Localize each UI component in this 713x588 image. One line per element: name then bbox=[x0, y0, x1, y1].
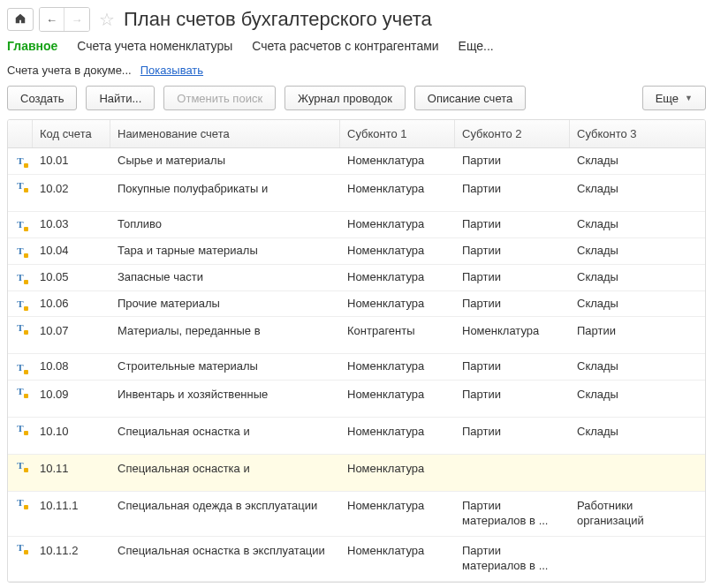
cell-sub1: Контрагенты bbox=[340, 322, 455, 341]
table-row[interactable]: Т10.05Запасные частиНоменклатураПартииСк… bbox=[8, 265, 705, 291]
arrow-right-icon: → bbox=[72, 13, 83, 26]
row-type-icon: Т bbox=[8, 219, 33, 230]
cell-name: Специальная оснастка и bbox=[110, 460, 340, 479]
cell-sub3 bbox=[570, 542, 705, 546]
cell-sub3: Склады bbox=[570, 215, 705, 234]
create-button[interactable]: Создать bbox=[7, 86, 77, 110]
col-code-header[interactable]: Код счета bbox=[33, 120, 110, 147]
table-row[interactable]: Т10.03ТопливоНоменклатураПартииСклады bbox=[8, 212, 705, 238]
table-row[interactable]: Т10.09Инвентарь и хозяйственныеНоменклат… bbox=[8, 381, 705, 418]
journal-button[interactable]: Журнал проводок bbox=[284, 86, 406, 110]
filter-show-link[interactable]: Показывать bbox=[140, 64, 203, 77]
favorite-star-icon[interactable]: ☆ bbox=[99, 9, 115, 30]
cell-sub1: Номенклатура bbox=[340, 423, 455, 441]
table-header: Код счета Наименование счета Субконто 1 … bbox=[8, 120, 705, 148]
col-icon-header[interactable] bbox=[8, 120, 33, 147]
cell-name: Специальная оснастка и bbox=[110, 423, 340, 441]
cancel-search-button[interactable]: Отменить поиск bbox=[163, 86, 276, 110]
table-row[interactable]: Т10.11Специальная оснастка иНоменклатура bbox=[8, 455, 705, 492]
cell-code: 10.08 bbox=[33, 358, 110, 376]
tab-accounts-contractors[interactable]: Счета расчетов с контрагентами bbox=[252, 39, 438, 53]
col-name-header[interactable]: Наименование счета bbox=[110, 120, 340, 147]
cell-sub1: Номенклатура bbox=[340, 242, 455, 260]
cell-sub2: Партии bbox=[455, 295, 570, 313]
cell-sub3: Склады bbox=[570, 180, 705, 199]
cell-sub1: Номенклатура bbox=[340, 295, 455, 313]
cell-sub2: Партии bbox=[455, 386, 570, 404]
tabs-bar: Главное Счета учета номенклатуры Счета р… bbox=[7, 39, 706, 53]
row-type-icon: Т bbox=[8, 423, 33, 433]
accounts-table: Код счета Наименование счета Субконто 1 … bbox=[7, 119, 706, 583]
col-sub2-header[interactable]: Субконто 2 bbox=[455, 120, 570, 147]
table-row[interactable]: Т10.11.1Специальная одежда в эксплуатаци… bbox=[8, 492, 705, 537]
tab-accounts-nomenclature[interactable]: Счета учета номенклатуры bbox=[77, 39, 232, 53]
cell-name: Инвентарь и хозяйственные bbox=[110, 386, 340, 404]
table-row[interactable]: Т10.06Прочие материалыНоменклатураПартии… bbox=[8, 291, 705, 318]
row-type-icon: Т bbox=[8, 298, 33, 309]
col-sub1-header[interactable]: Субконто 1 bbox=[340, 120, 455, 147]
cell-sub3: Склады bbox=[570, 423, 705, 441]
cell-sub1: Номенклатура bbox=[340, 497, 455, 516]
cell-sub3: Склады bbox=[570, 358, 705, 376]
cell-sub3: Склады bbox=[570, 295, 705, 313]
home-button[interactable] bbox=[7, 8, 34, 31]
description-button[interactable]: Описание счета bbox=[414, 86, 526, 110]
table-row[interactable]: Т10.08Строительные материалыНоменклатура… bbox=[8, 354, 705, 381]
row-type-icon: Т bbox=[8, 245, 33, 256]
cell-sub2: Партии bbox=[455, 268, 570, 287]
cell-sub1: Номенклатура bbox=[340, 460, 455, 479]
cell-sub3: Склады bbox=[570, 386, 705, 404]
filter-label: Счета учета в докуме... bbox=[7, 64, 132, 77]
cell-name: Тара и тарные материалы bbox=[110, 242, 340, 260]
cell-sub3 bbox=[570, 460, 705, 464]
cell-code: 10.05 bbox=[33, 268, 110, 287]
cell-name: Запасные части bbox=[110, 268, 340, 287]
row-type-icon: Т bbox=[8, 542, 33, 553]
table-row[interactable]: Т10.04Тара и тарные материалыНоменклатур… bbox=[8, 238, 705, 265]
back-button[interactable]: ← bbox=[40, 8, 64, 31]
cell-sub2: Партии bbox=[455, 358, 570, 376]
cell-sub2: Номенклатура bbox=[455, 322, 570, 341]
table-row[interactable]: Т10.07Материалы, переданные вКонтрагенты… bbox=[8, 317, 705, 354]
col-sub3-header[interactable]: Субконто 3 bbox=[570, 120, 705, 147]
row-type-icon: Т bbox=[8, 155, 33, 166]
cell-name: Специальная одежда в эксплуатации bbox=[110, 497, 340, 516]
chevron-down-icon: ▼ bbox=[685, 94, 693, 102]
cell-sub2: Партии материалов в ... bbox=[455, 542, 570, 576]
table-row[interactable]: Т10.11.2Специальная оснастка в эксплуата… bbox=[8, 537, 705, 582]
more-button[interactable]: Еще ▼ bbox=[642, 86, 706, 110]
cell-sub3: Склады bbox=[570, 268, 705, 287]
tab-more[interactable]: Еще... bbox=[459, 39, 494, 53]
more-button-label: Еще bbox=[656, 92, 679, 105]
cell-sub2: Партии bbox=[455, 215, 570, 234]
cell-name: Материалы, переданные в bbox=[110, 322, 340, 341]
row-type-icon: Т bbox=[8, 322, 33, 333]
cell-sub2: Партии материалов в ... bbox=[455, 497, 570, 531]
table-row[interactable]: Т10.10Специальная оснастка иНоменклатура… bbox=[8, 418, 705, 455]
table-row[interactable]: Т10.01Сырье и материалыНоменклатураПарти… bbox=[8, 148, 705, 175]
cell-code: 10.02 bbox=[33, 180, 110, 199]
cell-code: 10.09 bbox=[33, 386, 110, 404]
cell-sub2: Партии bbox=[455, 180, 570, 199]
row-type-icon: Т bbox=[8, 180, 33, 191]
row-type-icon: Т bbox=[8, 460, 33, 471]
cell-sub2: Партии bbox=[455, 242, 570, 260]
cell-name: Покупные полуфабрикаты и bbox=[110, 180, 340, 199]
cell-sub3: Склады bbox=[570, 152, 705, 170]
tab-main[interactable]: Главное bbox=[7, 39, 57, 53]
cell-name: Строительные материалы bbox=[110, 358, 340, 376]
cell-code: 10.07 bbox=[33, 322, 110, 341]
table-body: Т10.01Сырье и материалыНоменклатураПарти… bbox=[8, 148, 705, 582]
cell-code: 10.11.2 bbox=[33, 542, 110, 561]
cell-code: 10.04 bbox=[33, 242, 110, 260]
cell-sub2: Партии bbox=[455, 423, 570, 441]
find-button[interactable]: Найти... bbox=[86, 86, 155, 110]
table-row[interactable]: Т10.02Покупные полуфабрикаты иНоменклату… bbox=[8, 175, 705, 212]
cell-sub1: Номенклатура bbox=[340, 180, 455, 199]
cell-code: 10.11.1 bbox=[33, 497, 110, 516]
cell-sub1: Номенклатура bbox=[340, 358, 455, 376]
nav-group: ← → bbox=[39, 7, 90, 32]
forward-button[interactable]: → bbox=[64, 8, 89, 31]
cell-name: Сырье и материалы bbox=[110, 152, 340, 170]
row-type-icon: Т bbox=[8, 362, 33, 373]
